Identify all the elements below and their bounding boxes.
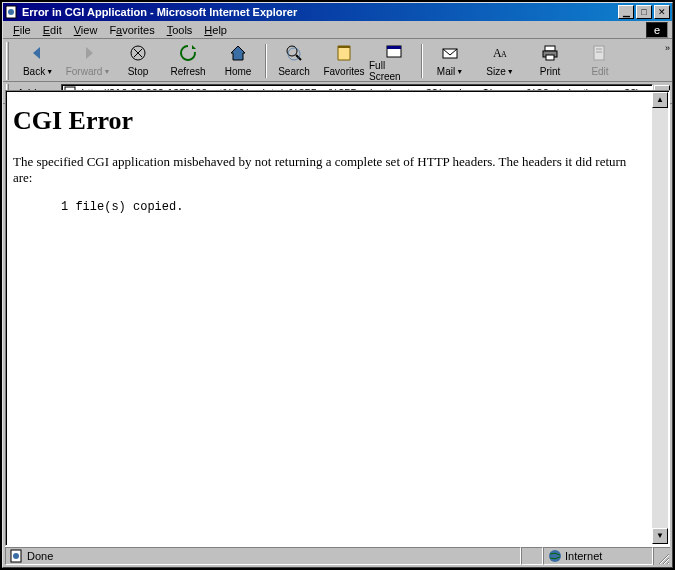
svg-rect-16 [594,46,604,60]
size-icon: AA [490,42,510,64]
mail-button[interactable]: Mail▼ [425,41,475,81]
minimize-button[interactable]: ▁ [618,5,634,19]
favorites-icon [334,42,354,64]
menu-tools[interactable]: Tools [161,23,199,37]
globe-icon [548,549,562,563]
window-title: Error in CGI Application - Microsoft Int… [22,6,618,18]
menu-help[interactable]: Help [198,23,233,37]
back-arrow-icon [28,42,48,64]
page-heading: CGI Error [13,106,646,136]
ie-page-icon [10,549,24,563]
content-viewport: CGI Error The specified CGI application … [5,90,670,546]
resize-grip[interactable] [653,547,670,565]
browser-window: Error in CGI Application - Microsoft Int… [2,2,673,568]
scroll-up-button[interactable]: ▲ [652,92,668,108]
toolbar-separator [265,44,267,78]
search-icon [284,42,304,64]
menu-view[interactable]: View [68,23,104,37]
status-zone-pane: Internet [543,547,653,565]
forward-arrow-icon [78,42,98,64]
toolbar: Back▼ Forward▼ Stop Refresh Home Searc [3,39,672,82]
refresh-button[interactable]: Refresh [163,41,213,81]
edit-button[interactable]: Edit [575,41,625,81]
svg-line-28 [668,563,669,564]
menubar: File Edit View Favorites Tools Help e [3,21,672,39]
menu-favorites[interactable]: Favorites [103,23,160,37]
page-pre-text: 1 file(s) copied. [61,200,646,214]
close-button[interactable]: ✕ [654,5,670,19]
svg-point-1 [8,9,14,15]
status-zone: Internet [565,550,602,562]
maximize-button[interactable]: □ [636,5,652,19]
home-icon [228,42,248,64]
scroll-track[interactable] [652,108,668,528]
size-button[interactable]: AA Size▼ [475,41,525,81]
svg-rect-9 [387,46,401,49]
ie-page-icon [5,5,19,19]
fullscreen-button[interactable]: Full Screen [369,41,419,81]
toolbar-grip[interactable] [6,42,9,80]
menu-file[interactable]: File [7,23,37,37]
stop-icon [128,42,148,64]
mail-icon [440,42,460,64]
back-button[interactable]: Back▼ [13,41,63,81]
favorites-button[interactable]: Favorites [319,41,369,81]
refresh-icon [178,42,198,64]
status-bar: Done Internet [5,546,670,565]
stop-button[interactable]: Stop [113,41,163,81]
menu-edit[interactable]: Edit [37,23,68,37]
toolbar-overflow-icon[interactable]: » [665,43,670,53]
svg-rect-13 [545,46,555,51]
page-body-text: The specified CGI application misbehaved… [13,154,646,186]
forward-button[interactable]: Forward▼ [63,41,113,81]
ie-throbber-icon: e [646,22,668,38]
page-content: CGI Error The specified CGI application … [7,92,652,544]
svg-point-7 [288,48,300,60]
scroll-down-button[interactable]: ▼ [652,528,668,544]
svg-point-22 [549,550,561,562]
status-pane-secure [521,547,543,565]
svg-rect-15 [546,55,554,60]
svg-text:A: A [501,50,507,59]
toolbar-separator [421,44,423,78]
search-button[interactable]: Search [269,41,319,81]
print-icon [540,42,560,64]
edit-icon [590,42,610,64]
vertical-scrollbar[interactable]: ▲ ▼ [652,92,668,544]
home-button[interactable]: Home [213,41,263,81]
print-button[interactable]: Print [525,41,575,81]
titlebar: Error in CGI Application - Microsoft Int… [3,3,672,21]
status-text: Done [27,550,53,562]
status-text-pane: Done [5,547,521,565]
svg-point-21 [13,553,19,559]
